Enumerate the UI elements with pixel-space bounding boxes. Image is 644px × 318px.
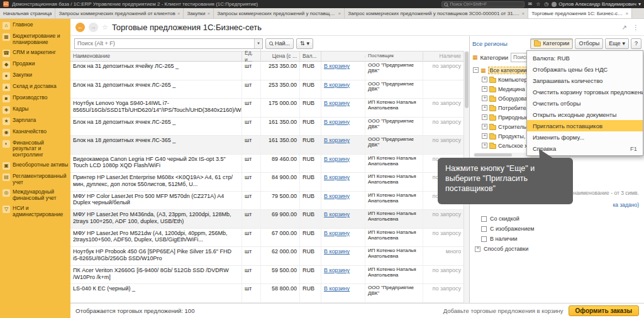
add-to-cart-link[interactable]: В корзину (324, 156, 350, 162)
add-to-cart-link[interactable]: В корзину (324, 285, 350, 292)
table-row[interactable]: МФУ HP LaserJet Pro M436nda, (A3, 23ppm,… (70, 210, 464, 229)
search-input[interactable] (75, 40, 254, 47)
column-header-supplier[interactable]: Поставщик (365, 52, 423, 60)
menu-item-ask-quantity[interactable]: Запрашивать количество (527, 75, 643, 86)
help-button[interactable]: ? (631, 38, 641, 49)
menu-item-currency[interactable]: Валюта: RUB (527, 52, 643, 63)
back-button[interactable]: ← (75, 23, 85, 32)
table-row[interactable]: Блок на 18 депозитных ячнек ЛС-365 _шт16… (70, 136, 464, 155)
table-row[interactable]: Блок на 31 депозитных ячнек ЛС-265 _шт25… (70, 80, 464, 99)
sidebar-item-salary[interactable]: ★Зарплата (0, 116, 70, 127)
table-row[interactable]: МФУ HP LaserJet Pro M521dw (A4, 1200dpi,… (70, 229, 464, 248)
sidebar-item-assets[interactable]: ▣Внеоборотные активы (0, 160, 70, 172)
sidebar-item-nsi-admin[interactable]: ▽НСИ и администрирование (0, 204, 70, 220)
menu-item-prices-without-vat[interactable]: Отображать цены без НДС (527, 63, 643, 75)
table-row[interactable]: Видеокамера Canon Legria HF G40 черный 2… (70, 155, 464, 173)
add-to-cart-link[interactable]: В корзину (324, 137, 350, 143)
sidebar-item-fin-result[interactable]: ◐Финансовый результат и контроллинг (0, 138, 70, 160)
search-history-dropdown[interactable]: ▾ (254, 39, 262, 48)
sidebar-item-treasury[interactable]: ◉Казначейство (0, 127, 70, 138)
menu-item-clear-cart[interactable]: Очистить корзину торговых предложений (527, 86, 643, 97)
expand-icon[interactable] (482, 96, 487, 101)
filters-button[interactable]: Отборы (575, 38, 603, 49)
expand-icon[interactable] (482, 77, 487, 82)
all-regions-link[interactable]: Все регионы (472, 40, 508, 47)
form-more-icon[interactable]: ⋮ (633, 24, 639, 31)
column-header-name[interactable]: Наименование (70, 52, 242, 60)
tab-close-icon[interactable]: × (177, 11, 180, 16)
scrollbar-thumb[interactable] (474, 153, 512, 156)
sort-button[interactable]: ⇅▾ (296, 38, 313, 49)
discussions-icon[interactable]: ✉ (528, 1, 532, 7)
tab-purchases[interactable]: Закупки× (184, 8, 214, 18)
table-row[interactable]: Блок на 18 депозитных ячнек ЛС-265 _шт16… (70, 118, 464, 136)
expand-icon[interactable] (475, 246, 480, 252)
global-search-input[interactable]: Поиск Ctrl+Shift+F (441, 1, 525, 8)
tab-client-quotes[interactable]: Запросы коммерческих предложений от клие… (55, 8, 184, 18)
menu-item-clear-filters[interactable]: Очистить отборы (527, 97, 643, 109)
find-button[interactable]: Най... (265, 38, 294, 49)
add-to-cart-link[interactable]: В корзину (324, 82, 350, 88)
tab-close-icon[interactable]: × (626, 11, 629, 16)
menu-item-open-source-documents[interactable]: Открыть исходные документы (527, 109, 643, 120)
menu-item-change-form[interactable]: Изменить форму... (527, 131, 643, 143)
expand-icon[interactable] (482, 124, 487, 129)
table-row[interactable]: ПК Acer Veriton X2660G [i5-9400/ 8Gb/ 51… (70, 266, 464, 285)
favorites-icon[interactable]: ☆ (536, 1, 540, 7)
favorite-star-icon[interactable]: ☆ (102, 23, 108, 31)
add-to-cart-link[interactable]: В корзину (324, 248, 350, 255)
get-link-icon[interactable]: ↗ (622, 24, 627, 31)
add-to-cart-link[interactable]: В корзину (324, 100, 350, 106)
add-to-cart-link[interactable]: В корзину (324, 119, 350, 125)
table-row[interactable]: Блок на 31 депозитных ячейку ЛС-265 _шт2… (70, 62, 464, 80)
tab-supplier-quote-document[interactable]: Запрос коммерческих предложений у постав… (345, 8, 528, 18)
sidebar-item-warehouse[interactable]: ▲Склад и доставка (0, 82, 70, 93)
checkbox-discount[interactable]: Со скидкой (481, 216, 639, 222)
expand-icon[interactable] (482, 86, 487, 92)
menu-item-invite-suppliers[interactable]: Пригласить поставщиков (527, 120, 643, 131)
checkbox-in-stock[interactable]: В наличии (481, 236, 639, 242)
table-row[interactable]: LS-040 К ЕС (черный) _шт58 800.00RUBВ ко… (70, 284, 464, 303)
tab-close-icon[interactable]: × (522, 11, 525, 16)
forward-button[interactable]: → (89, 23, 98, 32)
table-row[interactable]: Ноутбук Lenovo Yoga S940-14IWL i7-8565U/… (70, 99, 464, 118)
sidebar-item-ifrs[interactable]: ◎Международный финансовый учет (0, 187, 70, 204)
table-row[interactable]: МФУ HP Color LaserJet Pro 500 MFP M570dn… (70, 192, 464, 211)
filter-link[interactable]: ка задано) (613, 202, 639, 208)
group-delivery-method[interactable]: Способ доставки (475, 246, 639, 252)
table-row[interactable]: Ноутбук HP Probook 450 G6 [5PP65EA] Pike… (70, 247, 464, 266)
column-header-price[interactable]: Цена (с ... (261, 52, 300, 60)
column-header-currency[interactable]: Вал... (300, 52, 321, 60)
tab-supplier-quotes[interactable]: Запросы коммерческих предложений у поста… (214, 8, 345, 18)
expand-icon[interactable] (482, 114, 487, 120)
add-to-cart-link[interactable]: В корзину (324, 193, 350, 199)
column-header-availability[interactable]: Наличие (423, 52, 464, 60)
sidebar-item-regulated-accounting[interactable]: ▤Регламентированный учет (0, 172, 70, 188)
expand-icon[interactable] (482, 105, 487, 111)
categories-button[interactable]: Категории (530, 38, 573, 49)
add-to-cart-link[interactable]: В корзину (324, 211, 350, 217)
sidebar-item-sales[interactable]: ◆Продажи (0, 59, 70, 70)
user-menu[interactable]: Орлов Александр Владимирович ▾ (552, 1, 641, 7)
sidebar-item-purchases[interactable]: ●Закупки (0, 70, 70, 82)
scrollbar-thumb[interactable] (465, 52, 469, 108)
sidebar-item-crm[interactable]: ☎CRM и маркетинг (0, 48, 70, 59)
table-row[interactable]: Принтер HP LaserJet Enterprise M608x <K0… (70, 173, 464, 192)
sidebar-item-main[interactable]: ⌂Главное (0, 20, 70, 31)
sidebar-item-hr[interactable]: ◈Кадры (0, 104, 70, 116)
add-to-cart-link[interactable]: В корзину (324, 230, 350, 236)
sidebar-item-production[interactable]: ■Производство (0, 93, 70, 104)
tab-close-icon[interactable]: × (208, 11, 211, 16)
place-orders-button[interactable]: Оформить заказы (569, 305, 639, 316)
add-to-cart-link[interactable]: В корзину (324, 63, 350, 69)
more-button[interactable]: Еще▾ (605, 38, 629, 49)
tab-close-icon[interactable]: × (338, 11, 341, 16)
expand-icon[interactable] (482, 133, 487, 139)
add-to-cart-link[interactable]: В корзину (324, 267, 350, 273)
collapse-icon[interactable] (473, 67, 479, 73)
expand-icon[interactable] (482, 143, 487, 148)
tab-home[interactable]: Начальная страница (0, 8, 55, 18)
add-to-cart-link[interactable]: В корзину (324, 174, 350, 180)
checkbox-with-image[interactable]: С изображением (481, 226, 639, 232)
tab-trade-offers[interactable]: Торговые предложения 1С: Бизнес-сеть× (528, 8, 632, 18)
